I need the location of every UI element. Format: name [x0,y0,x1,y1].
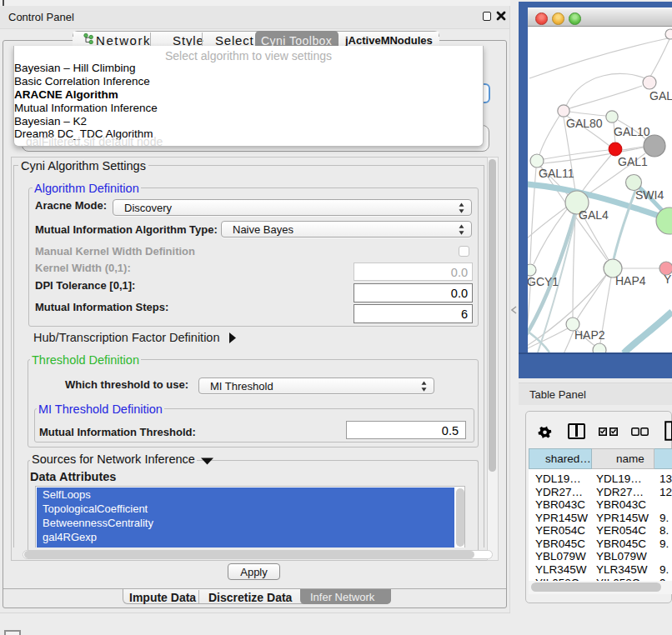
svg-text:GAL2: GAL2 [649,89,672,102]
svg-text:GCY1: GCY1 [528,275,559,288]
svg-text:SWI4: SWI4 [635,188,664,202]
svg-text:HAP4: HAP4 [615,274,646,288]
svg-text:GAL11: GAL11 [539,167,574,180]
svg-text:GAL1: GAL1 [618,155,648,168]
svg-text:HAP2: HAP2 [574,328,605,342]
svg-text:GAL10: GAL10 [614,125,650,138]
svg-text:GAL4: GAL4 [579,208,609,222]
svg-text:GAL80: GAL80 [566,117,603,130]
svg-text:Y: Y [664,272,672,286]
